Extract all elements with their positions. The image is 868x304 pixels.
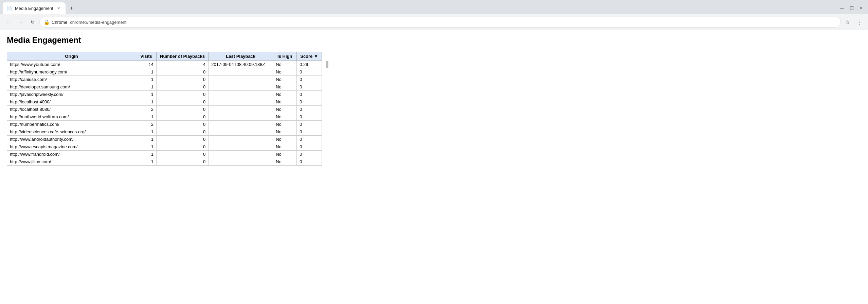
table-row: http://numbermatics.com/20No0 xyxy=(7,121,322,128)
cell-playbacks: 0 xyxy=(157,158,209,166)
cell-origin: http://www.jilion.com/ xyxy=(7,158,136,166)
cell-is-high: No xyxy=(273,158,297,166)
cell-origin: http://localhost:4000/ xyxy=(7,98,136,106)
page-content: Media Engagement Origin Visits Number of… xyxy=(0,30,868,171)
cell-origin: https://www.youtube.com/ xyxy=(7,61,136,68)
forward-button[interactable]: → xyxy=(15,17,26,28)
table-header-row: Origin Visits Number of Playbacks Last P… xyxy=(7,52,322,61)
cell-is-high: No xyxy=(273,128,297,136)
cell-score: 0 xyxy=(297,158,322,166)
cell-last-playback xyxy=(209,76,273,83)
cell-origin: http://localhost:8080/ xyxy=(7,106,136,113)
cell-origin: http://affinitynumerology.com/ xyxy=(7,68,136,76)
cell-visits: 1 xyxy=(136,76,157,83)
cell-visits: 1 xyxy=(136,68,157,76)
cell-is-high: No xyxy=(273,83,297,91)
cell-last-playback: 2017-09-04T08:40:09.188Z xyxy=(209,61,273,68)
cell-score: 0 xyxy=(297,83,322,91)
cell-playbacks: 0 xyxy=(157,121,209,128)
cell-is-high: No xyxy=(273,136,297,143)
cell-visits: 1 xyxy=(136,151,157,158)
col-header-last-playback[interactable]: Last Playback xyxy=(209,52,273,61)
cell-playbacks: 0 xyxy=(157,128,209,136)
browser-frame: 📄 Media Engagement ✕ + — ❐ ✕ ← → ↻ 🔒 Chr… xyxy=(0,0,868,30)
cell-score: 0 xyxy=(297,91,322,98)
cell-is-high: No xyxy=(273,61,297,68)
cell-origin: http://caniuse.com/ xyxy=(7,76,136,83)
cell-playbacks: 0 xyxy=(157,136,209,143)
table-row: http://www.androidauthority.com/10No0 xyxy=(7,136,322,143)
chrome-menu-button[interactable]: ⋮ xyxy=(854,17,865,28)
minimize-button[interactable]: — xyxy=(838,4,846,12)
nav-bar: ← → ↻ 🔒 Chrome chrome://media-engagement… xyxy=(0,14,868,30)
cell-score: 0 xyxy=(297,106,322,113)
cell-visits: 1 xyxy=(136,143,157,151)
cell-score: 0.29 xyxy=(297,61,322,68)
cell-score: 0 xyxy=(297,128,322,136)
cell-origin: http://videosciences.cafe-sciences.org/ xyxy=(7,128,136,136)
table-row: http://mathworld.wolfram.com/10No0 xyxy=(7,113,322,121)
cell-last-playback xyxy=(209,151,273,158)
cell-origin: http://www.escapistmagazine.com/ xyxy=(7,143,136,151)
table-row: http://localhost:8080/20No0 xyxy=(7,106,322,113)
cell-visits: 1 xyxy=(136,98,157,106)
cell-visits: 1 xyxy=(136,158,157,166)
cell-visits: 1 xyxy=(136,113,157,121)
reload-button[interactable]: ↻ xyxy=(27,17,38,28)
back-button[interactable]: ← xyxy=(3,17,14,28)
cell-playbacks: 0 xyxy=(157,113,209,121)
restore-button[interactable]: ❐ xyxy=(848,4,856,12)
scrollbar-indicator xyxy=(326,61,328,68)
bookmark-button[interactable]: ☆ xyxy=(842,17,853,28)
active-tab[interactable]: 📄 Media Engagement ✕ xyxy=(3,2,66,14)
cell-is-high: No xyxy=(273,98,297,106)
cell-is-high: No xyxy=(273,113,297,121)
cell-visits: 1 xyxy=(136,128,157,136)
cell-last-playback xyxy=(209,158,273,166)
table-row: http://localhost:4000/10No0 xyxy=(7,98,322,106)
cell-score: 0 xyxy=(297,68,322,76)
cell-last-playback xyxy=(209,106,273,113)
cell-last-playback xyxy=(209,128,273,136)
cell-playbacks: 0 xyxy=(157,151,209,158)
table-row: http://www.jilion.com/10No0 xyxy=(7,158,322,166)
cell-playbacks: 0 xyxy=(157,68,209,76)
tab-icon: 📄 xyxy=(7,6,12,11)
address-bar[interactable]: 🔒 Chrome chrome://media-engagement xyxy=(39,17,841,28)
new-tab-button[interactable]: + xyxy=(67,3,76,13)
col-header-score[interactable]: Score ▼ xyxy=(297,52,322,61)
cell-last-playback xyxy=(209,68,273,76)
cell-origin: http://javascriptweekly.com/ xyxy=(7,91,136,98)
cell-score: 0 xyxy=(297,121,322,128)
col-header-visits[interactable]: Visits xyxy=(136,52,157,61)
cell-playbacks: 0 xyxy=(157,98,209,106)
col-header-is-high[interactable]: Is High xyxy=(273,52,297,61)
cell-last-playback xyxy=(209,83,273,91)
address-label: Chrome xyxy=(52,20,67,25)
cell-visits: 2 xyxy=(136,106,157,113)
cell-origin: http://numbermatics.com/ xyxy=(7,121,136,128)
cell-is-high: No xyxy=(273,68,297,76)
cell-score: 0 xyxy=(297,136,322,143)
table-row: https://www.youtube.com/1442017-09-04T08… xyxy=(7,61,322,68)
table-row: http://caniuse.com/10No0 xyxy=(7,76,322,83)
cell-playbacks: 0 xyxy=(157,106,209,113)
media-engagement-table: Origin Visits Number of Playbacks Last P… xyxy=(7,52,322,166)
tab-close-button[interactable]: ✕ xyxy=(56,5,61,11)
cell-last-playback xyxy=(209,98,273,106)
cell-score: 0 xyxy=(297,151,322,158)
page-title: Media Engagement xyxy=(7,35,861,45)
cell-origin: http://www.frandroid.com/ xyxy=(7,151,136,158)
cell-last-playback xyxy=(209,121,273,128)
close-button[interactable]: ✕ xyxy=(857,4,865,12)
cell-is-high: No xyxy=(273,121,297,128)
cell-visits: 14 xyxy=(136,61,157,68)
cell-last-playback xyxy=(209,136,273,143)
col-header-origin[interactable]: Origin xyxy=(7,52,136,61)
cell-score: 0 xyxy=(297,76,322,83)
cell-visits: 2 xyxy=(136,121,157,128)
window-controls: — ❐ ✕ xyxy=(838,4,865,12)
col-header-playbacks[interactable]: Number of Playbacks xyxy=(157,52,209,61)
table-row: http://videosciences.cafe-sciences.org/1… xyxy=(7,128,322,136)
cell-playbacks: 0 xyxy=(157,83,209,91)
